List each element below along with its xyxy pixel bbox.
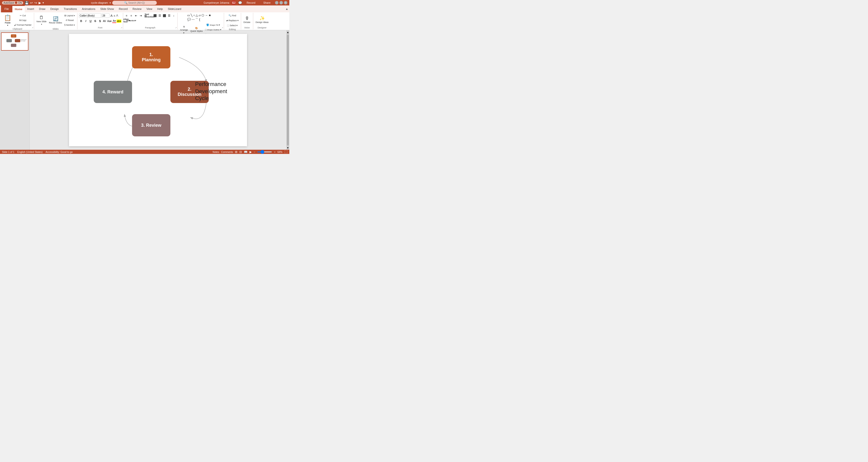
- shape-brace[interactable]: {: [199, 18, 200, 22]
- tab-file[interactable]: File: [1, 5, 12, 12]
- numbering-button[interactable]: ≡: [129, 13, 133, 18]
- line-spacing-button[interactable]: ↕: [172, 13, 176, 18]
- convert-smartart-button[interactable]: SmartArt▾: [129, 18, 133, 23]
- increase-indent-button[interactable]: ⇥: [138, 13, 143, 18]
- paste-dropdown[interactable]: ▾: [7, 24, 8, 27]
- slide-thumbnail[interactable]: Plan PerformanceDev Cycle: [1, 32, 28, 51]
- zoom-out-button[interactable]: −: [254, 151, 255, 154]
- slide-sorter-icon[interactable]: ⊟: [239, 150, 242, 154]
- shape-oval[interactable]: ○: [193, 13, 195, 17]
- reading-view-icon[interactable]: 📖: [244, 150, 248, 154]
- italic-button[interactable]: I: [84, 19, 88, 23]
- font-name-input[interactable]: [79, 13, 101, 18]
- bullets-button[interactable]: ≡: [124, 13, 129, 18]
- tab-home[interactable]: Home: [12, 5, 25, 12]
- replace-button[interactable]: ⇄ Replace▾: [225, 18, 239, 23]
- record-button-title[interactable]: Record: [244, 0, 258, 5]
- cut-button[interactable]: ✂ Cut: [13, 13, 32, 18]
- normal-view-icon[interactable]: ⊞: [235, 150, 238, 154]
- shape-pentagon[interactable]: ⬠: [201, 13, 204, 17]
- tab-insert[interactable]: Insert: [25, 5, 37, 12]
- increase-font-button[interactable]: A: [110, 14, 113, 18]
- clipboard-expand[interactable]: ↗: [32, 27, 33, 29]
- bold-button[interactable]: B: [79, 19, 83, 23]
- notes-button[interactable]: Notes: [213, 151, 219, 154]
- drawing-expand[interactable]: ↗: [222, 27, 223, 29]
- reset-button[interactable]: ↺ Reset: [64, 18, 76, 23]
- zoom-in-button[interactable]: +: [274, 151, 276, 154]
- select-button[interactable]: ⬚ Select▾: [226, 23, 238, 28]
- redo-icon[interactable]: ↪: [34, 1, 37, 5]
- shape-callout[interactable]: 💬: [187, 18, 191, 22]
- scroll-down-button[interactable]: ▼: [286, 146, 289, 150]
- restore-button[interactable]: □: [279, 1, 283, 4]
- strikethrough-button[interactable]: S: [93, 19, 97, 23]
- autosave-toggle[interactable]: AutoSave ON: [2, 1, 23, 4]
- tab-slideshow[interactable]: Slide Show: [98, 5, 117, 12]
- quick-styles-button[interactable]: 🎨 Quick Styles: [189, 25, 204, 35]
- new-slide-dropdown[interactable]: ▾: [41, 23, 42, 26]
- zoom-level[interactable]: 64%: [277, 151, 282, 154]
- clear-format-button[interactable]: A: [116, 14, 119, 17]
- tab-review[interactable]: Review: [130, 5, 144, 12]
- collapse-ribbon-icon[interactable]: ▲: [285, 7, 288, 11]
- arrange-button[interactable]: ⧉ Arrange▾: [179, 25, 189, 35]
- dropdown-arrow[interactable]: ▾: [110, 1, 111, 4]
- font-expand[interactable]: ↗: [121, 27, 122, 29]
- underline-button[interactable]: U: [88, 19, 93, 23]
- font-size-input[interactable]: [102, 13, 110, 18]
- tab-help[interactable]: Help: [155, 5, 165, 12]
- reward-box[interactable]: 4. Reward: [94, 81, 132, 103]
- tab-transitions[interactable]: Transitions: [61, 5, 80, 12]
- paste-button[interactable]: 📋 Paste ▾: [2, 14, 13, 27]
- shape-arrow[interactable]: →: [205, 13, 208, 17]
- highlight-button[interactable]: ab▾: [117, 20, 121, 23]
- text-direction-button[interactable]: Text Direction▾: [148, 13, 152, 18]
- shadow-button[interactable]: S: [98, 19, 102, 23]
- font-case-button[interactable]: Aa▾: [107, 20, 112, 23]
- comments-button[interactable]: Comments: [221, 151, 233, 154]
- char-spacing-button[interactable]: AV: [102, 20, 106, 23]
- shape-rect2[interactable]: ▱: [198, 13, 201, 17]
- present-icon[interactable]: ▶: [38, 1, 41, 5]
- shape-line[interactable]: ╲: [190, 13, 193, 17]
- find-button[interactable]: 🔍 Find: [228, 13, 237, 18]
- dictate-button[interactable]: 🎙 Dictate: [243, 13, 251, 26]
- tab-design[interactable]: Design: [48, 5, 61, 12]
- review-box[interactable]: 3. Review: [132, 114, 170, 136]
- justify-button[interactable]: ☰: [167, 13, 172, 18]
- shape-star[interactable]: ★: [208, 13, 211, 17]
- reuse-slides-button[interactable]: 🔄 Reuse Slides: [48, 14, 63, 27]
- undo-icon[interactable]: ↩: [30, 1, 33, 5]
- shape-rect[interactable]: ▭: [187, 13, 190, 17]
- share-button-title[interactable]: Share: [261, 0, 273, 5]
- decrease-indent-button[interactable]: ⇤: [134, 13, 138, 18]
- layout-button[interactable]: ⊞ Layout ▾: [64, 13, 76, 18]
- new-slide-button[interactable]: 🗒 New Slide ▾: [36, 14, 48, 27]
- vertical-scrollbar[interactable]: ▲ ▼: [286, 30, 289, 150]
- presenter-view-icon[interactable]: ▶: [250, 150, 252, 154]
- scroll-thumb[interactable]: [287, 35, 289, 145]
- tab-draw[interactable]: Draw: [37, 5, 48, 12]
- align-left-button[interactable]: ⬛: [153, 13, 157, 18]
- tab-record[interactable]: Record: [117, 5, 130, 12]
- shape-fill-button[interactable]: 🪣 Shape Fill▾: [204, 23, 222, 27]
- close-button[interactable]: ×: [284, 1, 287, 4]
- minimize-button[interactable]: −: [275, 1, 278, 4]
- font-color-button[interactable]: A▾: [112, 19, 116, 23]
- tab-slidelizard[interactable]: SlideLizard: [165, 5, 184, 12]
- align-center-button[interactable]: ☰: [157, 13, 162, 18]
- decrease-font-button[interactable]: a: [114, 14, 116, 17]
- paragraph-expand[interactable]: ↗: [175, 27, 177, 29]
- shape-more[interactable]: ⋯: [191, 18, 195, 22]
- scroll-up-button[interactable]: ▲: [286, 30, 289, 34]
- shape-triangle[interactable]: △: [195, 13, 198, 17]
- tab-view[interactable]: View: [144, 5, 155, 12]
- comments-icon[interactable]: 💬: [238, 1, 242, 5]
- section-button[interactable]: § Section ▾: [64, 23, 76, 27]
- shape-outline-button[interactable]: □ Shape Outline▾: [204, 27, 222, 32]
- fit-slide-button[interactable]: ⛶: [284, 150, 287, 154]
- design-ideas-button[interactable]: ✨ Design Ideas: [255, 13, 270, 26]
- shape-connector[interactable]: ⌒: [195, 18, 198, 22]
- copy-button[interactable]: ⧉ Copy: [13, 18, 32, 23]
